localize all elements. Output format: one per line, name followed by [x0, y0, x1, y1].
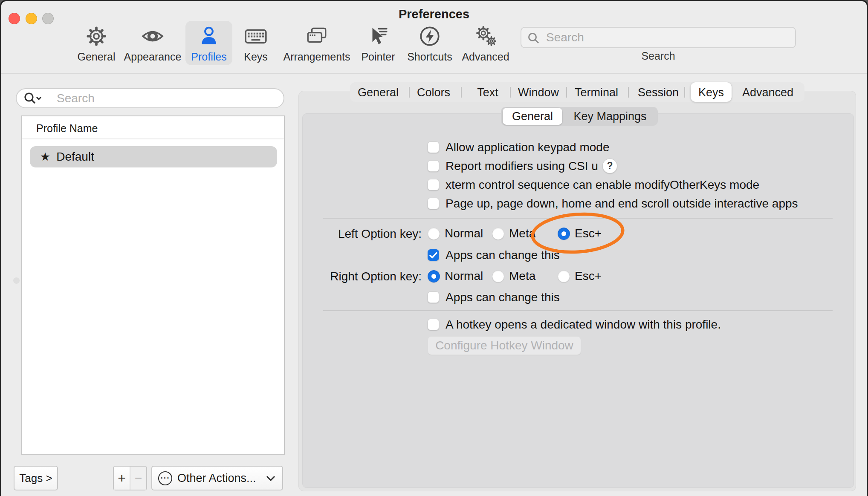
tab-terminal[interactable]: Terminal: [575, 86, 618, 99]
gears-icon: [473, 23, 498, 49]
configure-hotkey-button: Configure Hotkey Window: [428, 336, 581, 355]
star-icon: ★: [40, 150, 50, 164]
splitter-dot[interactable]: [13, 277, 20, 284]
checkbox-left-apps-change[interactable]: [428, 249, 439, 261]
left-option-key-label: Left Option key:: [300, 227, 422, 241]
tab-colors[interactable]: Colors: [417, 86, 450, 99]
eye-icon: [140, 23, 165, 49]
profile-list: Profile Name ★ Default: [21, 115, 285, 455]
radio-label: Meta: [509, 227, 535, 240]
person-icon: [197, 23, 221, 49]
tab-divider: [461, 87, 462, 98]
profile-row-default[interactable]: ★ Default: [30, 146, 277, 167]
window-chrome: Preferences General Appearance: [0, 0, 868, 496]
right-option-key-label: Right Option key:: [300, 270, 422, 283]
profile-search-input[interactable]: [16, 88, 284, 108]
tab-keys[interactable]: Keys: [698, 86, 724, 99]
subtab-general[interactable]: General: [512, 110, 553, 123]
checkbox-csi-u[interactable]: [428, 160, 439, 172]
toolbar-item-advanced[interactable]: Advanced: [458, 23, 513, 68]
lightning-icon: [418, 23, 442, 49]
checkbox-label: A hotkey opens a dedicated window with t…: [446, 318, 721, 332]
subtab-key-mappings[interactable]: Key Mappings: [573, 110, 646, 123]
radio-right-esc[interactable]: [558, 270, 570, 283]
tab-text[interactable]: Text: [477, 86, 498, 99]
checkbox-label: Report modifiers using CSI u: [446, 159, 598, 173]
ellipsis-circle-icon: ···: [158, 471, 172, 485]
checkbox-page-scroll[interactable]: [428, 198, 439, 209]
radio-right-meta[interactable]: [492, 270, 504, 283]
radio-label: Normal: [445, 227, 483, 240]
toolbar-label: Appearance: [124, 51, 182, 63]
cursor-icon: [366, 23, 390, 49]
toolbar-item-arrangements[interactable]: Arrangements: [289, 23, 344, 68]
radio-right-normal[interactable]: [428, 270, 440, 283]
toolbar-label: Shortcuts: [407, 51, 452, 63]
toolbar-label: General: [78, 51, 116, 63]
radio-left-normal[interactable]: [428, 228, 440, 240]
tab-divider: [684, 87, 685, 98]
tab-general[interactable]: General: [358, 86, 399, 99]
tab-session[interactable]: Session: [638, 86, 679, 99]
other-actions-dropdown[interactable]: ··· Other Actions...: [151, 466, 283, 490]
search-icon: [527, 32, 540, 45]
add-profile-button[interactable]: +: [114, 467, 130, 490]
search-filter-icon: [23, 92, 43, 105]
profile-name: Default: [56, 150, 94, 164]
remove-profile-button[interactable]: −: [130, 467, 146, 490]
checkbox-label: Allow application keypad mode: [446, 141, 609, 154]
preferences-window: Preferences General Appearance: [0, 0, 868, 496]
toolbar-item-shortcuts[interactable]: Shortcuts: [402, 23, 457, 68]
toolbar-label: Profiles: [191, 51, 226, 63]
toolbar-item-general[interactable]: General: [69, 23, 124, 68]
checkbox-label: Apps can change this: [446, 291, 560, 304]
checkbox-label: Page up, page down, home and end scroll …: [446, 197, 798, 211]
checkbox-modify-other-keys[interactable]: [428, 179, 439, 190]
section-divider: [323, 310, 833, 311]
add-remove-group: + −: [113, 466, 147, 490]
section-divider: [323, 218, 833, 219]
other-actions-label: Other Actions...: [177, 472, 256, 485]
toolbar-item-pointer[interactable]: Pointer: [350, 23, 406, 68]
checkbox-hotkey-window[interactable]: [428, 319, 439, 330]
toolbar-label: Keys: [244, 51, 268, 63]
tab-divider: [510, 87, 511, 98]
radio-left-meta[interactable]: [492, 228, 504, 240]
toolbar-item-keys[interactable]: Keys: [228, 23, 284, 68]
radio-label: Esc+: [575, 227, 602, 240]
toolbar-item-appearance[interactable]: Appearance: [125, 23, 180, 68]
checkbox-keypad-mode[interactable]: [428, 141, 439, 153]
tab-divider: [566, 87, 567, 98]
chevron-down-icon: [266, 475, 275, 481]
checkbox-right-apps-change[interactable]: [428, 291, 439, 303]
tags-button[interactable]: Tags >: [14, 466, 58, 490]
toolbar-label: Advanced: [462, 51, 509, 63]
toolbar-label: Pointer: [361, 51, 395, 63]
radio-left-esc[interactable]: [558, 228, 570, 240]
tab-window[interactable]: Window: [518, 86, 559, 99]
checkbox-label: Apps can change this: [446, 248, 560, 262]
tab-divider: [628, 87, 629, 98]
gear-icon: [84, 23, 108, 49]
profile-list-header: Profile Name: [36, 122, 98, 135]
radio-label: Esc+: [575, 269, 602, 283]
list-header-separator: [22, 138, 284, 139]
toolbar-search-label: Search: [521, 50, 796, 62]
toolbar-label: Arrangements: [283, 51, 350, 63]
toolbar-separator: [1, 73, 867, 74]
checkbox-label: xterm control sequence can enable modify…: [446, 178, 759, 192]
window-title: Preferences: [1, 7, 867, 21]
tab-divider: [409, 87, 410, 98]
radio-label: Normal: [445, 269, 483, 283]
toolbar-search-input[interactable]: [521, 27, 796, 48]
tab-advanced[interactable]: Advanced: [742, 86, 793, 99]
windows-icon: [304, 23, 329, 49]
help-button[interactable]: ?: [602, 159, 617, 173]
keyboard-icon: [243, 23, 268, 49]
radio-label: Meta: [509, 269, 535, 283]
